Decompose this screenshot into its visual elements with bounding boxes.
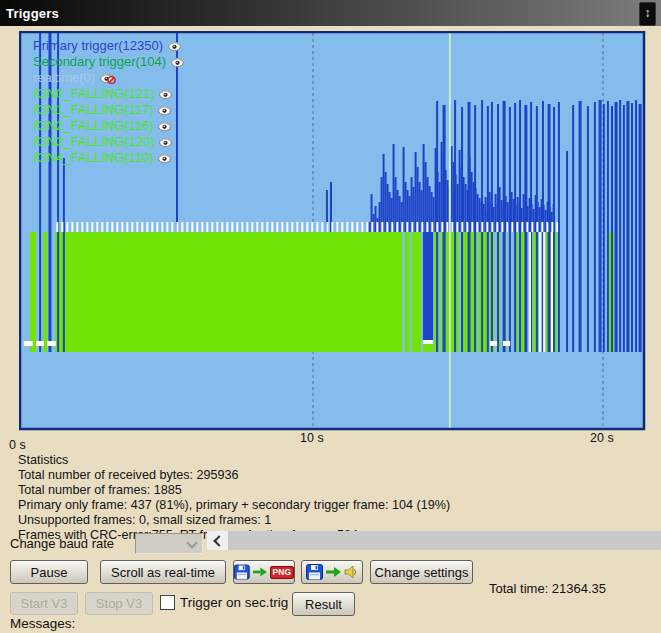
png-badge: PNG bbox=[270, 566, 294, 579]
start-v3-button[interactable]: Start V3 bbox=[10, 592, 78, 615]
blue-tall-spike bbox=[607, 101, 609, 352]
visibility-eye-icon[interactable] bbox=[159, 137, 175, 148]
scroll-as-realtime-label: Scroll as real-time bbox=[111, 565, 215, 580]
blue-spike bbox=[399, 196, 401, 232]
blue-spike bbox=[441, 142, 443, 232]
window-title: Triggers bbox=[0, 6, 59, 21]
blue-spike bbox=[545, 210, 547, 232]
statistics-block: Statistics Total number of received byte… bbox=[18, 453, 450, 543]
legend-item-label: Primary trigger(12350) bbox=[33, 38, 163, 54]
blue-tall-spike bbox=[619, 100, 621, 352]
blue-tall-spike bbox=[623, 105, 625, 352]
green-arrow-icon bbox=[253, 567, 267, 577]
legend-item-label: realtime(0) bbox=[33, 70, 95, 86]
chevron-down-icon bbox=[186, 537, 197, 548]
legend-item: IGN3_FALLING(120) bbox=[33, 134, 187, 150]
visibility-eye-icon[interactable] bbox=[171, 57, 187, 68]
blue-tall-spike bbox=[635, 100, 637, 352]
pause-button[interactable]: Pause bbox=[10, 560, 88, 584]
save-as-png-button[interactable]: PNG bbox=[233, 560, 295, 584]
stop-v3-button[interactable]: Stop V3 bbox=[85, 592, 153, 615]
visibility-eye-icon[interactable] bbox=[159, 89, 175, 100]
trigger-chart-area: Primary trigger(12350) Secondary trigger… bbox=[19, 31, 646, 431]
blue-tall-spike bbox=[509, 107, 511, 352]
title-bar: Triggers bbox=[0, 0, 661, 26]
blue-spike bbox=[425, 162, 427, 232]
horizontal-scrollbar[interactable] bbox=[207, 531, 661, 550]
scroll-left-button[interactable] bbox=[207, 531, 228, 550]
blue-spike bbox=[423, 144, 425, 232]
visibility-disabled-eye-icon[interactable] bbox=[100, 73, 116, 84]
chart-legend: Primary trigger(12350) Secondary trigger… bbox=[33, 38, 187, 166]
blue-tall-spike bbox=[587, 106, 589, 352]
legend-item: IGN1_FALLING(117) bbox=[33, 102, 187, 118]
blue-tall-spike bbox=[566, 151, 568, 352]
visibility-eye-icon[interactable] bbox=[168, 41, 184, 52]
legend-item-label: IGN2_FALLING(116) bbox=[33, 118, 153, 134]
blue-tall-spike bbox=[572, 105, 574, 352]
blue-tall-spike bbox=[639, 104, 642, 352]
statistics-line: Total number of received bytes: 295936 bbox=[18, 468, 450, 483]
total-time-text: Total time: 21364.35 bbox=[489, 581, 606, 596]
blue-spike bbox=[379, 202, 381, 232]
legend-item: Secondary trigger(104) bbox=[33, 54, 187, 70]
blue-tall-spike bbox=[63, 158, 65, 352]
blue-tall-spike bbox=[599, 100, 602, 352]
blue-tall-spike bbox=[594, 102, 596, 352]
green-signal-bar bbox=[405, 232, 410, 352]
trigger-on-sectrig-checkbox[interactable] bbox=[160, 595, 175, 610]
blue-spike bbox=[409, 196, 411, 232]
blue-spike bbox=[405, 182, 407, 232]
blue-spike bbox=[465, 184, 467, 232]
trigger-on-sectrig-label[interactable]: Trigger on sec.trig bbox=[180, 595, 288, 610]
legend-item-label: IGN1_FALLING(117) bbox=[33, 102, 153, 118]
white-bottom-dash bbox=[503, 341, 510, 346]
blue-tall-spike bbox=[615, 102, 618, 352]
chevron-left-icon bbox=[213, 535, 224, 546]
baud-rate-label: Change baud rate bbox=[10, 536, 114, 551]
legend-item: Primary trigger(12350) bbox=[33, 38, 187, 54]
white-dash bbox=[423, 340, 433, 344]
floppy-disk-icon bbox=[306, 564, 323, 580]
floppy-disk-icon bbox=[234, 564, 250, 580]
speaker-icon bbox=[344, 565, 358, 579]
change-settings-label: Change settings bbox=[375, 565, 469, 580]
result-button[interactable]: Result bbox=[292, 592, 355, 616]
white-bottom-dash bbox=[490, 341, 497, 346]
blue-spike bbox=[479, 198, 481, 232]
green-signal-band bbox=[55, 232, 402, 352]
triggers-window: Triggers ↕ Primary trigger(12350) Second… bbox=[0, 0, 661, 633]
blue-tall-spike bbox=[514, 103, 516, 352]
statistics-line: Total number of frames: 1885 bbox=[18, 483, 450, 498]
blue-tall-spike bbox=[611, 106, 613, 352]
blue-spike bbox=[439, 182, 441, 232]
blue-spike bbox=[459, 150, 461, 232]
blue-spike bbox=[383, 154, 385, 232]
blue-spike bbox=[419, 182, 421, 232]
green-signal-bar bbox=[43, 232, 47, 352]
scroll-as-realtime-button[interactable]: Scroll as real-time bbox=[100, 560, 226, 584]
baud-rate-select[interactable] bbox=[135, 533, 203, 554]
blue-spike bbox=[495, 194, 497, 232]
statistics-heading: Statistics bbox=[18, 453, 450, 468]
green-signal-bar bbox=[412, 232, 421, 352]
save-as-audio-button[interactable] bbox=[301, 560, 363, 584]
legend-item-label: IGN0_FALLING(121) bbox=[33, 86, 154, 102]
legend-item: realtime(0) bbox=[33, 70, 187, 86]
visibility-eye-icon[interactable] bbox=[158, 105, 174, 116]
resize-window-button[interactable]: ↕ bbox=[639, 2, 656, 26]
visibility-eye-icon[interactable] bbox=[158, 121, 174, 132]
blue-spike bbox=[539, 207, 541, 232]
blue-spike bbox=[395, 177, 397, 232]
change-settings-button[interactable]: Change settings bbox=[370, 560, 473, 584]
legend-item: IGN2_FALLING(116) bbox=[33, 118, 187, 134]
blue-spike bbox=[389, 192, 391, 232]
blue-tall-spike bbox=[558, 102, 560, 352]
resize-arrows-icon: ↕ bbox=[645, 6, 651, 20]
blue-tall-spike bbox=[519, 100, 521, 352]
blue-tall-spike bbox=[603, 104, 605, 352]
legend-item: IGN4_FALLING(110) bbox=[33, 150, 187, 166]
visibility-eye-icon[interactable] bbox=[158, 153, 174, 164]
stop-v3-label: Stop V3 bbox=[96, 596, 142, 611]
blue-tall-spike bbox=[626, 101, 629, 352]
